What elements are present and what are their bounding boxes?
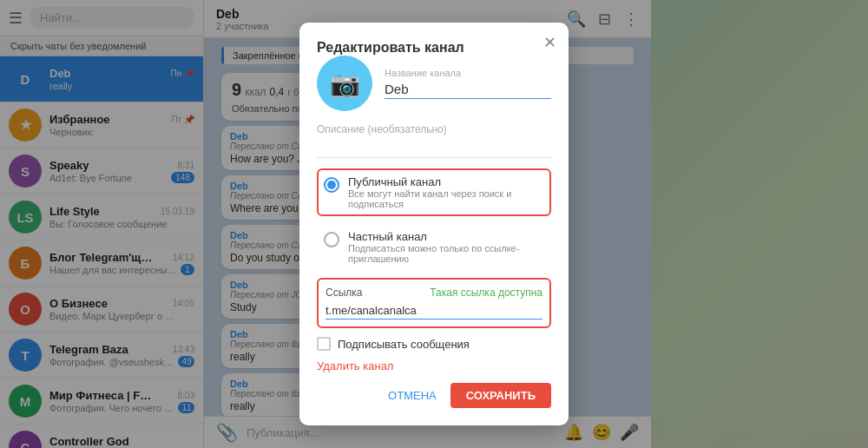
edit-channel-modal: Редактировать канал ✕ 📷 Название канала … <box>299 23 569 425</box>
private-channel-option[interactable]: Частный канал Подписаться можно только п… <box>317 223 551 271</box>
private-label: Частный канал <box>348 230 544 243</box>
sign-label: Подписывать сообщения <box>338 338 470 351</box>
link-label-row: Ссылка Такая ссылка доступна <box>326 287 542 299</box>
close-button[interactable]: ✕ <box>543 33 556 52</box>
channel-avatar[interactable]: 📷 <box>317 56 372 111</box>
sign-checkbox[interactable] <box>317 337 331 351</box>
description-label: Описание (необязательно) <box>317 123 551 135</box>
link-input[interactable] <box>326 302 542 320</box>
private-sub: Подписаться можно только по ссылке-пригл… <box>348 243 544 264</box>
modal-title: Редактировать канал <box>317 40 464 55</box>
save-button[interactable]: СОХРАНИТЬ <box>450 383 551 408</box>
delete-channel-link[interactable]: Удалить канал <box>317 359 551 372</box>
public-radio[interactable] <box>324 177 339 193</box>
channel-name-label: Название канала <box>385 68 551 78</box>
private-option-text: Частный канал Подписаться можно только п… <box>348 230 544 264</box>
modal-avatar-row: 📷 Название канала <box>317 56 551 111</box>
modal-name-field: Название канала <box>385 68 551 99</box>
overlay: Редактировать канал ✕ 📷 Название канала … <box>0 0 868 448</box>
modal-footer: ОТМЕНА СОХРАНИТЬ <box>317 383 551 408</box>
channel-name-input[interactable] <box>385 80 551 99</box>
private-radio[interactable] <box>324 232 339 247</box>
public-label: Публичный канал <box>348 175 544 188</box>
description-input[interactable] <box>317 141 551 158</box>
link-available: Такая ссылка доступна <box>430 287 542 299</box>
cancel-button[interactable]: ОТМЕНА <box>388 389 437 402</box>
link-section: Ссылка Такая ссылка доступна <box>317 278 551 328</box>
public-sub: Все могут найти канал через поиск и подп… <box>348 188 544 209</box>
sign-row: Подписывать сообщения <box>317 337 551 351</box>
public-option-text: Публичный канал Все могут найти канал че… <box>348 175 544 209</box>
public-channel-option[interactable]: Публичный канал Все могут найти канал че… <box>317 168 551 216</box>
link-label: Ссылка <box>326 287 362 299</box>
